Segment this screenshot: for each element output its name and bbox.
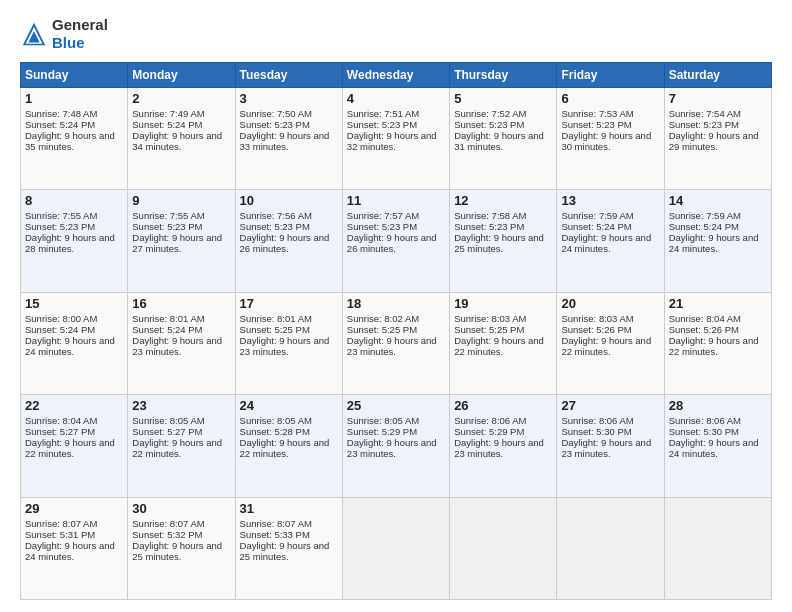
sunrise-text: Sunrise: 8:06 AM [561,415,633,426]
empty-cell [557,497,664,599]
sunrise-text: Sunrise: 8:01 AM [240,313,312,324]
day-number: 13 [561,193,659,208]
calendar-cell-3: 3Sunrise: 7:50 AMSunset: 5:23 PMDaylight… [235,88,342,190]
sunset-text: Sunset: 5:29 PM [347,426,417,437]
daylight-text: Daylight: 9 hours and 23 minutes. [347,335,437,357]
sunrise-text: Sunrise: 7:48 AM [25,108,97,119]
sunrise-text: Sunrise: 8:05 AM [132,415,204,426]
sunrise-text: Sunrise: 7:54 AM [669,108,741,119]
sunrise-text: Sunrise: 7:51 AM [347,108,419,119]
sunrise-text: Sunrise: 7:58 AM [454,210,526,221]
daylight-text: Daylight: 9 hours and 23 minutes. [454,437,544,459]
calendar-table: SundayMondayTuesdayWednesdayThursdayFrid… [20,62,772,600]
day-number: 2 [132,91,230,106]
day-number: 18 [347,296,445,311]
calendar-week-row: 22Sunrise: 8:04 AMSunset: 5:27 PMDayligh… [21,395,772,497]
day-number: 30 [132,501,230,516]
calendar-cell-26: 26Sunrise: 8:06 AMSunset: 5:29 PMDayligh… [450,395,557,497]
calendar-cell-5: 5Sunrise: 7:52 AMSunset: 5:23 PMDaylight… [450,88,557,190]
day-number: 1 [25,91,123,106]
calendar-cell-27: 27Sunrise: 8:06 AMSunset: 5:30 PMDayligh… [557,395,664,497]
sunset-text: Sunset: 5:23 PM [240,221,310,232]
calendar-cell-13: 13Sunrise: 7:59 AMSunset: 5:24 PMDayligh… [557,190,664,292]
calendar-cell-14: 14Sunrise: 7:59 AMSunset: 5:24 PMDayligh… [664,190,771,292]
sunrise-text: Sunrise: 8:07 AM [132,518,204,529]
sunset-text: Sunset: 5:23 PM [454,119,524,130]
calendar-header-sunday: Sunday [21,63,128,88]
sunset-text: Sunset: 5:29 PM [454,426,524,437]
daylight-text: Daylight: 9 hours and 25 minutes. [454,232,544,254]
calendar-header-monday: Monday [128,63,235,88]
calendar-cell-11: 11Sunrise: 7:57 AMSunset: 5:23 PMDayligh… [342,190,449,292]
calendar-week-row: 8Sunrise: 7:55 AMSunset: 5:23 PMDaylight… [21,190,772,292]
sunrise-text: Sunrise: 7:55 AM [25,210,97,221]
sunrise-text: Sunrise: 7:59 AM [669,210,741,221]
sunset-text: Sunset: 5:25 PM [347,324,417,335]
day-number: 27 [561,398,659,413]
calendar-cell-2: 2Sunrise: 7:49 AMSunset: 5:24 PMDaylight… [128,88,235,190]
sunset-text: Sunset: 5:25 PM [454,324,524,335]
sunset-text: Sunset: 5:26 PM [669,324,739,335]
calendar-cell-12: 12Sunrise: 7:58 AMSunset: 5:23 PMDayligh… [450,190,557,292]
sunrise-text: Sunrise: 7:57 AM [347,210,419,221]
daylight-text: Daylight: 9 hours and 35 minutes. [25,130,115,152]
daylight-text: Daylight: 9 hours and 23 minutes. [240,335,330,357]
calendar-cell-4: 4Sunrise: 7:51 AMSunset: 5:23 PMDaylight… [342,88,449,190]
sunset-text: Sunset: 5:26 PM [561,324,631,335]
daylight-text: Daylight: 9 hours and 24 minutes. [25,540,115,562]
sunset-text: Sunset: 5:30 PM [669,426,739,437]
calendar-header-friday: Friday [557,63,664,88]
calendar-cell-1: 1Sunrise: 7:48 AMSunset: 5:24 PMDaylight… [21,88,128,190]
empty-cell [342,497,449,599]
calendar-cell-18: 18Sunrise: 8:02 AMSunset: 5:25 PMDayligh… [342,292,449,394]
daylight-text: Daylight: 9 hours and 23 minutes. [132,335,222,357]
calendar-cell-31: 31Sunrise: 8:07 AMSunset: 5:33 PMDayligh… [235,497,342,599]
calendar-cell-21: 21Sunrise: 8:04 AMSunset: 5:26 PMDayligh… [664,292,771,394]
sunset-text: Sunset: 5:31 PM [25,529,95,540]
sunrise-text: Sunrise: 7:55 AM [132,210,204,221]
sunset-text: Sunset: 5:33 PM [240,529,310,540]
daylight-text: Daylight: 9 hours and 22 minutes. [669,335,759,357]
sunset-text: Sunset: 5:25 PM [240,324,310,335]
sunset-text: Sunset: 5:23 PM [561,119,631,130]
sunrise-text: Sunrise: 8:06 AM [669,415,741,426]
sunset-text: Sunset: 5:23 PM [132,221,202,232]
sunrise-text: Sunrise: 8:06 AM [454,415,526,426]
sunset-text: Sunset: 5:23 PM [347,221,417,232]
sunset-text: Sunset: 5:23 PM [25,221,95,232]
day-number: 5 [454,91,552,106]
sunrise-text: Sunrise: 8:03 AM [561,313,633,324]
daylight-text: Daylight: 9 hours and 23 minutes. [561,437,651,459]
sunset-text: Sunset: 5:24 PM [25,119,95,130]
calendar-cell-16: 16Sunrise: 8:01 AMSunset: 5:24 PMDayligh… [128,292,235,394]
sunrise-text: Sunrise: 8:01 AM [132,313,204,324]
calendar-cell-9: 9Sunrise: 7:55 AMSunset: 5:23 PMDaylight… [128,190,235,292]
sunrise-text: Sunrise: 8:05 AM [347,415,419,426]
calendar-cell-29: 29Sunrise: 8:07 AMSunset: 5:31 PMDayligh… [21,497,128,599]
day-number: 26 [454,398,552,413]
page: General Blue SundayMondayTuesdayWednesda… [0,0,792,612]
sunrise-text: Sunrise: 7:59 AM [561,210,633,221]
daylight-text: Daylight: 9 hours and 27 minutes. [132,232,222,254]
daylight-text: Daylight: 9 hours and 22 minutes. [561,335,651,357]
calendar-cell-23: 23Sunrise: 8:05 AMSunset: 5:27 PMDayligh… [128,395,235,497]
day-number: 24 [240,398,338,413]
calendar-week-row: 29Sunrise: 8:07 AMSunset: 5:31 PMDayligh… [21,497,772,599]
calendar-header-thursday: Thursday [450,63,557,88]
calendar-cell-8: 8Sunrise: 7:55 AMSunset: 5:23 PMDaylight… [21,190,128,292]
empty-cell [450,497,557,599]
calendar-header-wednesday: Wednesday [342,63,449,88]
day-number: 11 [347,193,445,208]
daylight-text: Daylight: 9 hours and 32 minutes. [347,130,437,152]
sunset-text: Sunset: 5:24 PM [669,221,739,232]
day-number: 10 [240,193,338,208]
day-number: 22 [25,398,123,413]
sunset-text: Sunset: 5:27 PM [132,426,202,437]
sunset-text: Sunset: 5:23 PM [240,119,310,130]
daylight-text: Daylight: 9 hours and 22 minutes. [454,335,544,357]
calendar-cell-19: 19Sunrise: 8:03 AMSunset: 5:25 PMDayligh… [450,292,557,394]
daylight-text: Daylight: 9 hours and 24 minutes. [669,437,759,459]
sunset-text: Sunset: 5:24 PM [561,221,631,232]
day-number: 3 [240,91,338,106]
day-number: 9 [132,193,230,208]
